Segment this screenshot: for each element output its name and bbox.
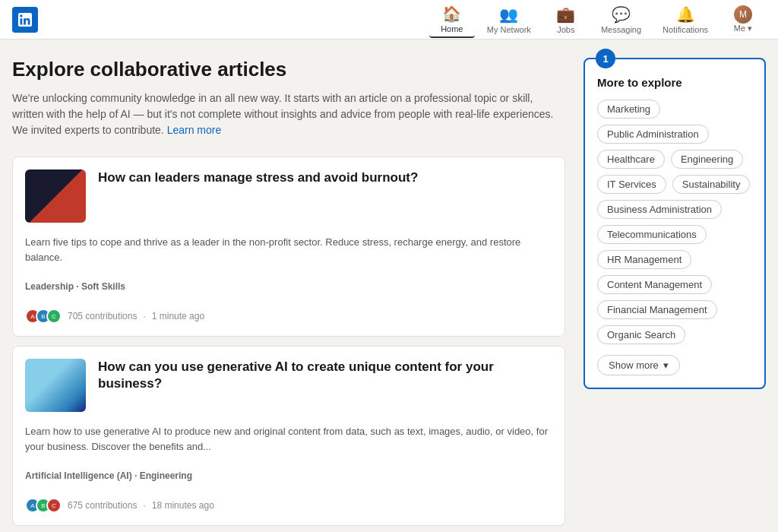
tag-pill[interactable]: Business Administration — [597, 200, 722, 219]
contribution-count: 705 contributions — [68, 311, 137, 321]
article-tag-text: Artificial Intelligence (AI) · Engineeri… — [25, 470, 192, 481]
navbar: 🏠 Home 👥 My Network 💼 Jobs 💬 Messaging 🔔… — [0, 0, 778, 40]
nav-item-me[interactable]: M Me ▾ — [720, 2, 766, 36]
tag-pills-container: MarketingPublic AdministrationHealthcare… — [597, 100, 752, 344]
avatar-3: C — [46, 498, 62, 513]
linkedin-logo[interactable] — [12, 7, 38, 33]
nav-item-notifications[interactable]: 🔔 Notifications — [653, 2, 717, 37]
nav-label-notifications: Notifications — [663, 25, 708, 34]
article-tags: Artificial Intelligence (AI) · Engineeri… — [25, 470, 552, 481]
tag-pill[interactable]: Marketing — [597, 100, 660, 119]
article-thumbnail — [25, 359, 86, 412]
description-text: We're unlocking community knowledge in a… — [12, 92, 553, 136]
nav-label-jobs: Jobs — [557, 25, 574, 34]
nav-label-home: Home — [441, 24, 463, 33]
article-meta: A B C 675 contributions · 18 minutes ago — [25, 498, 552, 513]
tag-pill[interactable]: Financial Management — [597, 300, 717, 319]
page-title: Explore collaborative articles — [12, 58, 565, 81]
content-area: Explore collaborative articles We're unl… — [12, 58, 565, 532]
article-tag-text: Leadership · Soft Skills — [25, 281, 125, 292]
more-to-explore-box: 1 More to explore MarketingPublic Admini… — [584, 58, 766, 389]
nav-item-my-network[interactable]: 👥 My Network — [478, 2, 540, 37]
article-card: How can leaders manage stress and avoid … — [12, 157, 565, 337]
article-time: 18 minutes ago — [152, 500, 214, 511]
tag-pill[interactable]: Organic Search — [597, 325, 685, 344]
show-more-label: Show more — [609, 359, 659, 371]
article-header-text: How can leaders manage stress and avoid … — [98, 169, 552, 223]
separator: · — [143, 311, 145, 321]
article-title[interactable]: How can leaders manage stress and avoid … — [98, 169, 552, 186]
sidebar: 1 More to explore MarketingPublic Admini… — [584, 58, 766, 532]
tag-pill[interactable]: Sustainability — [672, 175, 751, 194]
nav-label-messaging: Messaging — [601, 25, 641, 34]
nav-item-jobs[interactable]: 💼 Jobs — [543, 2, 589, 37]
contribution-count: 675 contributions — [68, 500, 137, 511]
tag-pill[interactable]: Telecommunications — [597, 225, 707, 244]
contributors-avatars: A B C — [25, 498, 62, 513]
chevron-down-icon: ▾ — [663, 359, 669, 371]
tag-pill[interactable]: Content Management — [597, 275, 712, 294]
page-description: We're unlocking community knowledge in a… — [12, 90, 565, 138]
home-icon: 🏠 — [442, 5, 461, 23]
article-time: 1 minute ago — [152, 311, 204, 321]
notifications-icon: 🔔 — [676, 5, 695, 24]
tag-pill[interactable]: Engineering — [671, 150, 743, 169]
learn-more-link[interactable]: Learn more — [167, 124, 222, 136]
tag-pill[interactable]: IT Services — [597, 175, 666, 194]
article-card: How can you use generative AI to create … — [12, 346, 565, 526]
show-more-button[interactable]: Show more ▾ — [597, 355, 680, 375]
nav-items: 🏠 Home 👥 My Network 💼 Jobs 💬 Messaging 🔔… — [429, 2, 766, 38]
article-header-text: How can you use generative AI to create … — [98, 359, 552, 412]
avatar-3: C — [46, 309, 62, 324]
article-body: Learn how to use generative AI to produc… — [25, 424, 552, 454]
article-top: How can you use generative AI to create … — [25, 359, 552, 412]
article-thumbnail — [25, 169, 86, 223]
tag-pill[interactable]: Public Administration — [597, 125, 709, 144]
article-tags: Leadership · Soft Skills — [25, 281, 552, 292]
article-body: Learn five tips to cope and thrive as a … — [25, 235, 552, 264]
nav-item-home[interactable]: 🏠 Home — [429, 2, 475, 38]
article-title[interactable]: How can you use generative AI to create … — [98, 359, 552, 392]
nav-label-me: Me ▾ — [734, 24, 752, 33]
article-top: How can leaders manage stress and avoid … — [25, 169, 552, 223]
badge-number: 1 — [596, 49, 615, 68]
separator: · — [143, 500, 145, 511]
tag-pill[interactable]: Healthcare — [597, 150, 665, 169]
my-network-icon: 👥 — [499, 5, 518, 24]
contributors-avatars: A B C — [25, 309, 62, 324]
main-container: Explore collaborative articles We're unl… — [0, 40, 778, 532]
tag-pill[interactable]: HR Management — [597, 250, 691, 269]
avatar: M — [734, 5, 752, 24]
nav-label-my-network: My Network — [487, 25, 531, 34]
nav-item-messaging[interactable]: 💬 Messaging — [592, 2, 650, 37]
jobs-icon: 💼 — [556, 5, 575, 24]
messaging-icon: 💬 — [612, 5, 631, 24]
more-to-explore-title: More to explore — [597, 76, 752, 89]
article-meta: A B C 705 contributions · 1 minute ago — [25, 309, 552, 324]
